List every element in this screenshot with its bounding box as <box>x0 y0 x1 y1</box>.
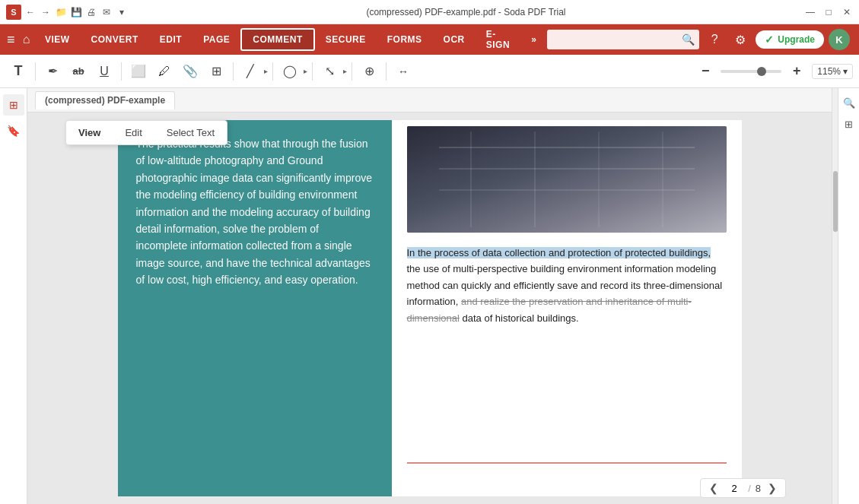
sep6 <box>352 62 352 81</box>
title-bar-left: S ← → 📁 💾 🖨 ✉ ▾ <box>6 5 128 20</box>
page-right-text: In the process of data collection and pr… <box>407 245 727 326</box>
pin-tool-btn[interactable]: 📎 <box>178 59 202 84</box>
content-area: ⊞ 🔖 (compressed) PDF-example View Edit S… <box>0 88 859 504</box>
zoom-thumb <box>757 67 766 76</box>
maximize-btn[interactable]: □ <box>822 6 835 18</box>
scroll-bar[interactable] <box>832 88 838 504</box>
back-btn[interactable]: ← <box>24 6 37 18</box>
page-left-column: The practical results show that through … <box>118 120 392 496</box>
oval-tool-more[interactable]: ▸ <box>304 67 307 75</box>
page-left-text: The practical results show that through … <box>136 135 374 289</box>
menu-forms[interactable]: FORMS <box>377 30 433 49</box>
doc-tab-bar: (compressed) PDF-example <box>27 88 832 113</box>
folder-btn[interactable]: 📁 <box>55 6 67 18</box>
crop-tool-more[interactable]: ▸ <box>343 67 347 75</box>
minimize-btn[interactable]: — <box>804 6 816 18</box>
zoom-slider[interactable] <box>721 70 781 73</box>
title-bar-right: — □ ✕ <box>804 6 853 18</box>
stamp-tool-btn[interactable]: ⊞ <box>204 59 228 84</box>
save-btn[interactable]: 💾 <box>70 6 82 18</box>
home-menu[interactable]: ⌂ <box>18 27 33 52</box>
strikethrough-tool-btn[interactable]: ab <box>66 59 91 84</box>
right-sidebar-expand-icon[interactable]: ⊞ <box>841 116 857 132</box>
more-tb-btn[interactable]: ▾ <box>116 6 128 18</box>
menu-more[interactable]: » <box>520 30 547 49</box>
crop-tool-btn[interactable]: ⤡ <box>317 59 342 84</box>
pen-tool-btn[interactable]: ✒ <box>40 59 65 84</box>
menu-secure[interactable]: SECURE <box>315 30 377 49</box>
page-image-svg <box>407 126 727 233</box>
zoom-value-display[interactable]: 115% ▾ <box>812 64 853 79</box>
sidebar-pages-icon[interactable]: ⊞ <box>3 94 24 116</box>
svg-rect-0 <box>407 126 727 233</box>
popup-select-text[interactable]: Select Text <box>154 121 227 144</box>
sep7 <box>386 62 387 81</box>
search-icon[interactable]: 🔍 <box>682 33 695 46</box>
highlight-tool-btn[interactable]: 🖊 <box>152 59 177 84</box>
menu-view[interactable]: VIEW <box>34 30 81 49</box>
menu-right: 🔍 ? ⚙ ✓ Upgrade K <box>547 29 850 50</box>
close-btn[interactable]: ✕ <box>841 6 853 18</box>
page-navigation: ❮ / 8 ❯ <box>700 478 786 498</box>
sep3 <box>233 62 234 81</box>
page-right-column: In the process of data collection and pr… <box>392 120 742 496</box>
scroll-thumb[interactable] <box>833 171 838 232</box>
file-title: (compressed) PDF-example.pdf - Soda PDF … <box>366 7 565 17</box>
popup-menu: View Edit Select Text <box>65 120 227 145</box>
upgrade-button[interactable]: ✓ Upgrade <box>756 30 824 49</box>
oval-tool-btn[interactable]: ◯ <box>278 59 302 84</box>
total-pages: 8 <box>756 483 761 494</box>
title-bar-center: (compressed) PDF-example.pdf - Soda PDF … <box>366 7 565 17</box>
doc-area: (compressed) PDF-example View Edit Selec… <box>27 88 832 504</box>
user-avatar[interactable]: K <box>829 29 850 50</box>
mail-btn[interactable]: ✉ <box>100 6 113 18</box>
menu-page[interactable]: PAGE <box>192 30 240 49</box>
page-right-normal2: data of historical buildings. <box>460 312 579 324</box>
zoom-control: − + 115% ▾ <box>693 59 853 84</box>
popup-view[interactable]: View <box>66 121 113 144</box>
menu-ocr[interactable]: OCR <box>433 30 476 49</box>
toolbar: T ✒ ab U ⬜ 🖊 📎 ⊞ ╱ ▸ ◯ ▸ ⤡ ▸ ⊕ ↔ − + 115… <box>0 55 859 88</box>
zoom-in-btn[interactable]: + <box>784 59 809 84</box>
zoom-dropdown-icon: ▾ <box>843 66 848 77</box>
right-sidebar-search-icon[interactable]: 🔍 <box>841 94 857 111</box>
print-btn[interactable]: 🖨 <box>85 6 97 18</box>
menu-convert[interactable]: CONVERT <box>81 30 149 49</box>
next-page-btn[interactable]: ❯ <box>765 482 779 494</box>
highlighted-text: In the process of data collection and pr… <box>407 247 711 258</box>
arrow-measure-btn[interactable]: ↔ <box>391 59 415 84</box>
menu-comment[interactable]: COMMENT <box>240 28 315 51</box>
underline-tool-btn[interactable]: U <box>92 59 116 84</box>
doc-tab-main[interactable]: (compressed) PDF-example <box>35 91 175 109</box>
left-sidebar: ⊞ 🔖 <box>0 88 27 504</box>
sep5 <box>312 62 313 81</box>
note-tool-btn[interactable]: ⬜ <box>126 59 151 84</box>
menu-esign[interactable]: E-SIGN <box>476 24 520 55</box>
upgrade-label: Upgrade <box>778 34 815 45</box>
search-input[interactable] <box>547 30 699 49</box>
sep1 <box>35 62 36 81</box>
text-tool-btn[interactable]: T <box>6 59 30 84</box>
popup-edit[interactable]: Edit <box>113 121 154 144</box>
page-image <box>407 126 727 233</box>
line-tool-more[interactable]: ▸ <box>264 67 268 75</box>
sep2 <box>121 62 122 81</box>
sidebar-bookmarks-icon[interactable]: 🔖 <box>3 120 24 141</box>
title-bar: S ← → 📁 💾 🖨 ✉ ▾ (compressed) PDF-example… <box>0 0 859 24</box>
zoom-percent: 115% <box>817 66 841 77</box>
page-slash: / <box>748 483 751 494</box>
forward-btn[interactable]: → <box>40 6 52 18</box>
help-btn[interactable]: ? <box>704 29 725 50</box>
current-page-input[interactable] <box>725 483 743 494</box>
settings-btn[interactable]: ⚙ <box>730 29 751 50</box>
measure-tool-btn[interactable]: ⊕ <box>357 59 381 84</box>
zoom-out-btn[interactable]: − <box>693 59 717 84</box>
upgrade-check-icon: ✓ <box>765 33 774 46</box>
line-tool-btn[interactable]: ╱ <box>238 59 262 84</box>
red-underline-decoration <box>407 462 727 464</box>
prev-page-btn[interactable]: ❮ <box>707 482 721 494</box>
app-logo: S <box>6 5 21 20</box>
hamburger-menu[interactable]: ≡ <box>3 27 18 52</box>
menu-edit[interactable]: EDIT <box>149 30 192 49</box>
menu-bar: ≡ ⌂ VIEW CONVERT EDIT PAGE COMMENT SECUR… <box>0 24 859 55</box>
